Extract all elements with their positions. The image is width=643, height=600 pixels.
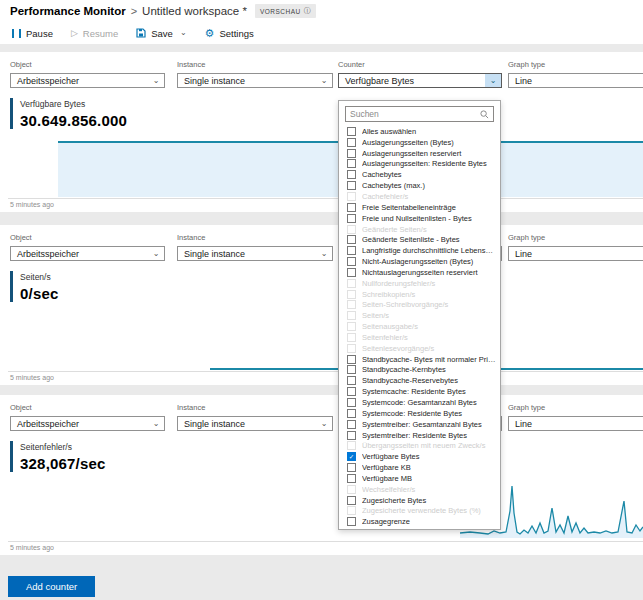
counter-option-label: Geänderte Seiten/s xyxy=(362,225,431,234)
counter-option[interactable]: Freie Seitentabelleneinträge xyxy=(339,202,500,213)
counter-option[interactable]: Systemcode: Residente Bytes xyxy=(339,408,500,419)
object-label: Object xyxy=(10,233,32,242)
checkbox[interactable] xyxy=(347,322,356,331)
checkbox[interactable] xyxy=(347,268,356,277)
checkbox[interactable] xyxy=(347,214,356,223)
counter-option[interactable]: Seitenausgabe/s xyxy=(339,321,500,332)
counter-option[interactable]: Systemtreiber: Gesamtanzahl Bytes xyxy=(339,419,500,430)
counter-option[interactable]: Systemtreiber: Residente Bytes xyxy=(339,430,500,441)
checkbox[interactable] xyxy=(347,333,356,342)
counter-panel-3: Object Instance Graph type Arbeitsspeich… xyxy=(0,395,643,555)
graph-type-select[interactable]: Line ⌄ xyxy=(508,73,643,88)
checkbox[interactable] xyxy=(347,246,356,255)
counter-option[interactable]: Verfügbare Bytes xyxy=(339,451,500,462)
checkbox[interactable] xyxy=(347,344,356,353)
counter-option[interactable]: Geänderte Seitenliste - Bytes xyxy=(339,234,500,245)
graph-type-label: Graph type xyxy=(508,233,545,242)
checkbox[interactable] xyxy=(347,181,356,190)
counter-option[interactable]: Auslagerungsseiten: Residente Bytes xyxy=(339,159,500,170)
checkbox[interactable] xyxy=(347,431,356,440)
checkbox[interactable] xyxy=(347,279,356,288)
counter-option[interactable]: Nullforderungsfehler/s xyxy=(339,278,500,289)
counter-option[interactable]: Standbycache-Reservebytes xyxy=(339,375,500,386)
counter-option[interactable]: Seiten-Schreibvorgänge/s xyxy=(339,300,500,311)
app-title: Performance Monitor xyxy=(10,5,126,17)
checkbox[interactable] xyxy=(347,290,356,299)
counter-option[interactable]: Standbycache-Kernbytes xyxy=(339,365,500,376)
counter-option[interactable]: Verfügbare KB xyxy=(339,462,500,473)
settings-button[interactable]: ⚙ Settings xyxy=(205,28,254,39)
checkbox[interactable] xyxy=(347,257,356,266)
checkbox[interactable] xyxy=(347,485,356,494)
counter-option[interactable]: Nichtauslagerungsseiten reserviert xyxy=(339,267,500,278)
search-input[interactable] xyxy=(346,109,480,119)
graph-type-select[interactable]: Line ⌄ xyxy=(508,416,643,431)
counter-option[interactable]: Cachebytes (max.) xyxy=(339,180,500,191)
counter-option[interactable]: Geänderte Seiten/s xyxy=(339,224,500,235)
checkbox[interactable] xyxy=(347,311,356,320)
counter-option-label: Auslagerungsseiten (Bytes) xyxy=(362,138,458,147)
checkbox[interactable] xyxy=(347,170,356,179)
object-select[interactable]: Arbeitsspeicher ⌄ xyxy=(10,246,165,261)
checkbox[interactable] xyxy=(347,355,356,364)
counter-option[interactable]: Seiten/s xyxy=(339,310,500,321)
checkbox[interactable] xyxy=(347,474,356,483)
pause-icon xyxy=(12,29,21,38)
checkbox[interactable] xyxy=(347,398,356,407)
checkbox[interactable] xyxy=(347,441,356,450)
counter-option[interactable]: Auslagerungsseiten (Bytes) xyxy=(339,137,500,148)
checkbox[interactable] xyxy=(347,235,356,244)
checkbox[interactable] xyxy=(347,225,356,234)
save-button[interactable]: Save ⌄ xyxy=(136,28,186,39)
checkbox[interactable] xyxy=(347,517,356,526)
instance-select[interactable]: Single instance ⌄ xyxy=(177,73,333,88)
checkbox[interactable] xyxy=(347,127,356,136)
counter-option[interactable]: Langfristige durchschnittliche Lebensdau… xyxy=(339,245,500,256)
checkbox[interactable] xyxy=(347,506,356,515)
counter-option[interactable]: Seitenlesevorgänge/s xyxy=(339,343,500,354)
checkbox[interactable] xyxy=(347,496,356,505)
counter-option[interactable]: Übergangsseiten mit neuem Zweck/s xyxy=(339,440,500,451)
counter-option[interactable]: Freie und Nullseitenlisten - Bytes xyxy=(339,213,500,224)
checkbox[interactable] xyxy=(347,300,356,309)
checkbox[interactable] xyxy=(347,365,356,374)
counter-option[interactable]: Alles auswählen xyxy=(339,126,500,137)
counter-option[interactable]: Schreibkopien/s xyxy=(339,289,500,300)
counter-option[interactable]: Verfügbare MB xyxy=(339,473,500,484)
counter-select[interactable]: Verfügbare Bytes ⌄ xyxy=(338,73,502,88)
add-counter-button[interactable]: Add counter xyxy=(8,576,95,597)
instance-select[interactable]: Single instance ⌄ xyxy=(177,246,333,261)
counter-option[interactable]: Nicht-Auslagerungsseiten (Bytes) xyxy=(339,256,500,267)
checkbox[interactable] xyxy=(347,452,356,461)
preview-badge-label: VORSCHAU xyxy=(260,8,301,15)
checkbox[interactable] xyxy=(347,409,356,418)
counter-option[interactable]: Standbycache- Bytes mit normaler Priorit… xyxy=(339,354,500,365)
counter-option[interactable]: Cachebytes xyxy=(339,169,500,180)
counter-option[interactable]: Wechselfehler/s xyxy=(339,484,500,495)
counter-option[interactable]: Systemcache: Residente Bytes xyxy=(339,386,500,397)
checkbox[interactable] xyxy=(347,463,356,472)
checkbox[interactable] xyxy=(347,159,356,168)
counter-option[interactable]: Zugesicherte Bytes xyxy=(339,495,500,506)
counter-option-label: Verfügbare KB xyxy=(362,463,415,472)
counter-option[interactable]: Systemcode: Gesamtanzahl Bytes xyxy=(339,397,500,408)
instance-select[interactable]: Single instance ⌄ xyxy=(177,416,333,431)
counter-option[interactable]: Seitenfehler/s xyxy=(339,332,500,343)
resume-button[interactable]: ▷ Resume xyxy=(71,28,118,39)
counter-option[interactable]: Zusagegrenze xyxy=(339,516,500,527)
counter-option[interactable]: Cachefehler/s xyxy=(339,191,500,202)
checkbox[interactable] xyxy=(347,203,356,212)
object-select[interactable]: Arbeitsspeicher ⌄ xyxy=(10,416,165,431)
checkbox[interactable] xyxy=(347,192,356,201)
object-select[interactable]: Arbeitsspeicher ⌄ xyxy=(10,73,165,88)
counter-option[interactable]: Auslagerungsseiten reserviert xyxy=(339,148,500,159)
pause-button[interactable]: Pause xyxy=(12,28,53,39)
checkbox[interactable] xyxy=(347,420,356,429)
checkbox[interactable] xyxy=(347,138,356,147)
checkbox[interactable] xyxy=(347,387,356,396)
checkbox[interactable] xyxy=(347,149,356,158)
graph-type-select[interactable]: Line ⌄ xyxy=(508,246,643,261)
chevron-down-icon: ⌄ xyxy=(148,417,164,430)
checkbox[interactable] xyxy=(347,376,356,385)
counter-option[interactable]: Zugesicherte verwendete Bytes (%) xyxy=(339,506,500,517)
